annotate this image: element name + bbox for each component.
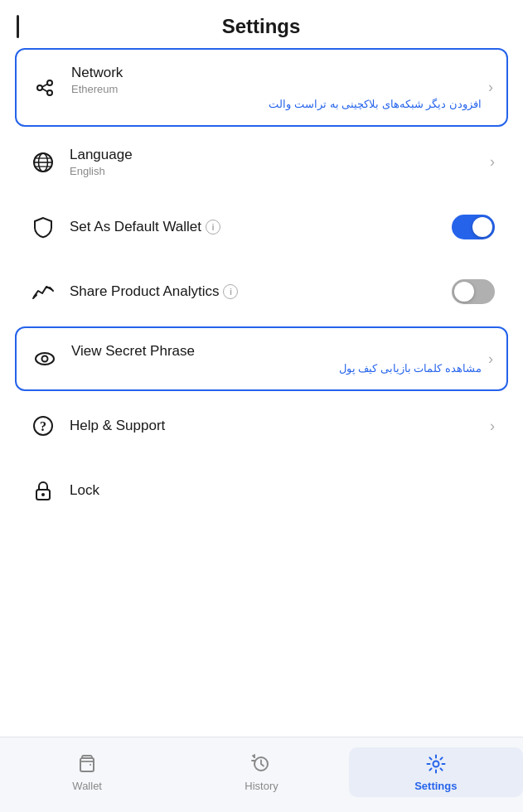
network-subtitle: Ethereum [71, 83, 482, 95]
language-subtitle: English [70, 165, 483, 177]
lock-icon [28, 476, 58, 505]
language-text-col: Language English [70, 147, 483, 177]
language-icon [28, 147, 58, 177]
lock-text-col: Lock [70, 482, 495, 499]
history-nav-icon [249, 752, 273, 776]
wallet-nav-label: Wallet [72, 780, 102, 792]
default-wallet-info-icon: i [206, 220, 220, 234]
svg-point-0 [37, 85, 42, 90]
header: Settings [0, 0, 523, 48]
secret-phrase-text-col: View Secret Phrase مشاهده کلمات بازیابی … [71, 343, 482, 375]
analytics-text-col: Share Product Analytics i [70, 283, 445, 300]
network-icon [30, 73, 60, 103]
secret-phrase-hint: مشاهده کلمات بازیابی کیف پول [71, 362, 482, 375]
nav-item-settings[interactable]: Settings [349, 747, 523, 797]
lock-setting-item[interactable]: Lock [15, 461, 508, 520]
analytics-icon [28, 277, 58, 307]
help-icon: ? [28, 411, 58, 441]
help-title: Help & Support [70, 418, 483, 434]
default-wallet-text-col: Set As Default Wallet i [70, 219, 445, 235]
settings-nav-icon [424, 752, 448, 776]
svg-line-10 [33, 295, 36, 298]
bottom-navigation: Wallet History Settings [0, 737, 523, 812]
network-setting-item[interactable]: Network Ethereum افزودن دیگر شبکه‌های بل… [15, 48, 508, 127]
analytics-info-icon: i [223, 284, 238, 299]
shield-icon [28, 212, 58, 242]
default-wallet-toggle-control[interactable] [452, 215, 495, 239]
nav-item-history[interactable]: History [174, 747, 348, 797]
default-wallet-setting-item[interactable]: Set As Default Wallet i [15, 197, 508, 257]
settings-nav-label: Settings [414, 780, 457, 792]
secret-phrase-title: View Secret Phrase [71, 343, 482, 360]
language-chevron: › [490, 153, 495, 171]
svg-line-3 [42, 84, 47, 87]
secret-phrase-chevron: › [488, 350, 493, 368]
page-title: Settings [32, 15, 490, 38]
svg-point-12 [36, 353, 54, 365]
help-text-col: Help & Support [70, 418, 483, 434]
svg-point-2 [47, 90, 52, 95]
language-title: Language [70, 147, 483, 163]
network-hint: افزودن دیگر شبکه‌های بلاکچینی به تراست و… [71, 98, 482, 110]
svg-line-4 [42, 89, 47, 92]
analytics-setting-item[interactable]: Share Product Analytics i [15, 262, 508, 321]
help-chevron: › [490, 418, 495, 435]
header-bar-decoration [17, 15, 19, 38]
secret-phrase-setting-item[interactable]: View Secret Phrase مشاهده کلمات بازیابی … [15, 326, 508, 391]
lock-title: Lock [70, 482, 495, 499]
default-wallet-title: Set As Default Wallet [70, 219, 201, 235]
network-chevron: › [488, 79, 493, 96]
svg-point-18 [433, 761, 438, 767]
help-setting-item[interactable]: ? Help & Support › [15, 396, 508, 456]
svg-point-13 [42, 356, 48, 362]
network-title: Network [71, 65, 482, 81]
wallet-nav-icon [75, 752, 99, 776]
svg-line-11 [50, 288, 53, 291]
language-setting-item[interactable]: Language English › [15, 132, 508, 192]
settings-content: Network Ethereum افزودن دیگر شبکه‌های بل… [0, 48, 523, 737]
network-text-col: Network Ethereum افزودن دیگر شبکه‌های بل… [71, 65, 482, 110]
analytics-toggle-knob [454, 282, 474, 302]
svg-text:?: ? [40, 419, 46, 433]
analytics-toggle-control[interactable] [452, 279, 495, 304]
default-wallet-toggle[interactable] [452, 215, 495, 239]
analytics-toggle[interactable] [452, 279, 495, 304]
history-nav-label: History [245, 780, 278, 792]
default-wallet-toggle-knob [472, 217, 492, 237]
svg-point-17 [41, 493, 45, 496]
eye-icon [30, 344, 60, 374]
svg-point-1 [47, 80, 52, 85]
nav-item-wallet[interactable]: Wallet [0, 747, 174, 797]
analytics-title: Share Product Analytics [70, 283, 219, 300]
